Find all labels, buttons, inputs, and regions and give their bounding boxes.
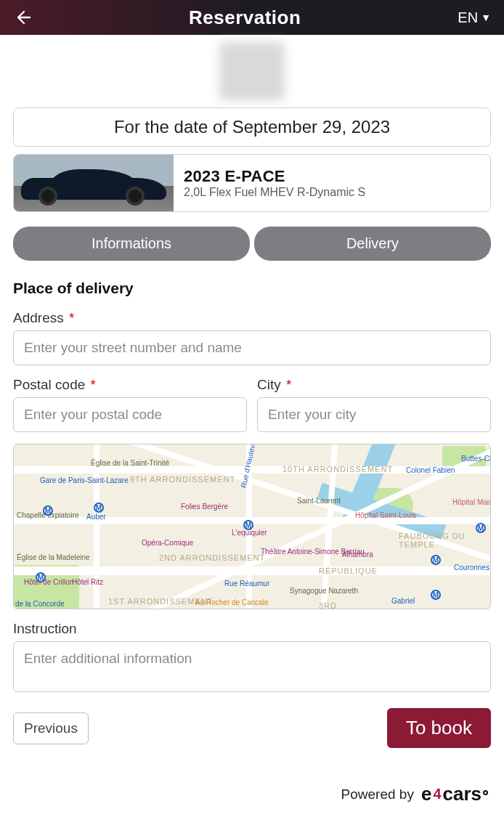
tab-informations[interactable]: Informations (13, 227, 250, 261)
vehicle-subtitle: 2,0L Flex Fuel MHEV R-Dynamic S (184, 186, 365, 199)
field-instruction: Instruction (13, 621, 491, 692)
required-mark: * (91, 377, 96, 392)
map-poi: Auber (86, 513, 106, 521)
postal-input[interactable] (13, 397, 247, 432)
map-poi: Buttes-Chaumont (461, 455, 491, 463)
map-poi: Hôtel de Crillon (24, 578, 73, 586)
map-poi: Hôpital Maison Blanche (452, 498, 491, 506)
map-poi: Saint-Laurent (297, 497, 341, 505)
date-banner: For the date of September 29, 2023 (13, 107, 491, 147)
label-city: City * (257, 377, 491, 393)
metro-icon: M (431, 555, 441, 565)
vehicle-name: 2023 E-PACE (184, 167, 365, 186)
dealer-logo-zone (13, 35, 491, 107)
address-input[interactable] (13, 330, 491, 365)
map-poi: Gare de Paris-Saint-Lazare (40, 476, 129, 484)
map-label: FAUBOURG DU TEMPLE (399, 532, 490, 549)
map-poi: Église de la Saint-Trinité (91, 459, 169, 467)
page-title: Reservation (189, 7, 301, 29)
label-postal: Postal code * (13, 377, 247, 393)
map-poi: Rue Réaumur (224, 580, 269, 588)
powered-by: Powered by e4cars (0, 761, 504, 817)
required-mark: * (69, 310, 74, 325)
metro-icon: M (243, 520, 253, 530)
tabs: Informations Delivery (13, 227, 491, 261)
metro-icon: M (43, 505, 53, 516)
chevron-down-icon: ▼ (481, 12, 491, 23)
map-poi: Folies Bergère (181, 503, 228, 511)
map-label: RÉPUBLIQUE (319, 566, 378, 575)
map-label: 2ND ARRONDISSEMENT (159, 553, 265, 562)
required-mark: * (286, 377, 291, 392)
instruction-input[interactable] (13, 641, 491, 692)
metro-icon: M (476, 523, 486, 533)
metro-icon: M (94, 503, 104, 513)
ring-icon (483, 790, 488, 795)
field-address: Address * (13, 310, 491, 365)
metro-icon: M (36, 572, 46, 582)
car-icon (21, 168, 166, 206)
map-poi: Église de la Madeleine (17, 553, 90, 561)
book-button[interactable]: To book (387, 708, 491, 748)
metro-icon: M (431, 590, 441, 600)
map-poi: Au Rocher de Cancale (195, 598, 269, 606)
map-label: 3RD (319, 601, 337, 609)
tab-delivery[interactable]: Delivery (254, 227, 491, 261)
map-poi: Couronnes (454, 564, 489, 572)
map-poi: Alhambra (342, 550, 373, 558)
app-header: Reservation EN ▼ (0, 0, 504, 35)
ecars-logo: e4cars (421, 783, 488, 805)
map-label: 9TH ARRONDISSEMENT (130, 475, 235, 484)
label-instruction: Instruction (13, 621, 491, 637)
section-title-delivery: Place of delivery (13, 280, 491, 297)
language-label: EN (458, 9, 478, 26)
dealer-logo-blurred (219, 42, 285, 100)
back-button[interactable] (13, 8, 32, 27)
map-poi: de la Concorde (15, 600, 65, 608)
powered-by-label: Powered by (341, 786, 414, 802)
field-postal: Postal code * (13, 377, 247, 432)
map-poi: Opéra-Comique (142, 539, 193, 547)
map-label: 10TH ARRONDISSEMENT (283, 465, 393, 473)
previous-button[interactable]: Previous (13, 712, 89, 744)
map-poi: Hôtel Ritz (72, 578, 103, 586)
map-poi: Hôpital Saint-Louis (355, 511, 416, 519)
action-bar: Previous To book (13, 708, 491, 748)
vehicle-thumbnail (14, 155, 174, 211)
map-poi: Gabriel (391, 597, 415, 605)
field-city: City * (257, 377, 491, 432)
map[interactable]: 9TH ARRONDISSEMENT 10TH ARRONDISSEMENT 2… (13, 444, 491, 609)
language-selector[interactable]: EN ▼ (458, 9, 491, 26)
map-poi: Colonel Fabien (406, 466, 455, 474)
vehicle-card: 2023 E-PACE 2,0L Flex Fuel MHEV R-Dynami… (13, 154, 491, 212)
arrow-left-icon (14, 9, 31, 26)
city-input[interactable] (257, 397, 491, 432)
map-poi: Synagogue Nazareth (290, 587, 358, 595)
label-address: Address * (13, 310, 491, 326)
